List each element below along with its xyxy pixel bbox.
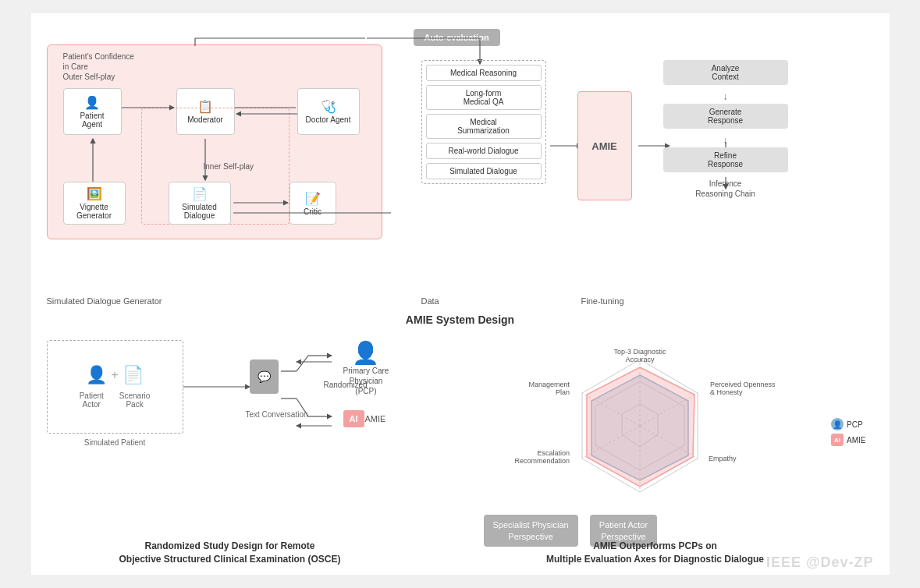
svg-text:Accuracy: Accuracy [625,356,655,363]
patient-icons-row: 👤 + 📄 [86,365,143,385]
node-vignette: 🖼️ Vignette Generator [63,182,126,225]
svg-text:Empathy: Empathy [709,455,737,462]
amie-legend-label: AMIE [847,436,865,445]
inference-label: InferenceReasoning Chain [663,179,788,199]
legend: 👤 PCP AI AMIE [831,418,865,449]
data-item-2: Long-formMedical QA [426,85,542,110]
amie-label: AMIE [591,140,617,152]
svg-line-18 [297,356,308,371]
simulated-patient-label: Simulated Patient [48,438,183,447]
data-item-4: Real-world Dialogue [426,143,542,159]
scenario-pack-label: Scenario Pack [119,391,150,409]
auto-eval-box: Auto-evaluation [414,29,500,46]
legend-pcp: 👤 PCP [831,418,865,430]
amie-legend-icon: AI [831,434,844,446]
osce-title: Randomized Study Design for Remote Objec… [39,540,421,566]
doctor-agent-label: Doctor Agent [306,115,351,124]
bottom-section: 👤 + 📄 Patient Actor Scenario Pack Simula… [39,332,882,566]
svg-text:Escalation: Escalation [537,449,570,457]
fine-tuning-label: Fine-tuning [581,296,624,306]
svg-marker-35 [587,367,694,487]
osce-section: 👤 + 📄 Patient Actor Scenario Pack Simula… [39,332,421,566]
data-item-1: Medical Reasoning [426,65,542,81]
outer-selfplay-label: Patient's Confidence in Care Outer Self-… [63,51,134,82]
data-box-container: Medical Reasoning Long-formMedical QA Me… [421,60,546,184]
svg-text:Management: Management [528,381,570,388]
patient-agent-icon: 👤 [84,95,100,110]
main-title: AMIE System Design [39,313,882,326]
vignette-label: Vignette Generator [76,203,112,220]
svg-text:Plan: Plan [555,388,569,396]
amie-box: AMIE [577,91,632,200]
data-item-5: Simulated Dialogue [426,163,542,179]
arrow-1: ↓ [663,91,788,102]
svg-text:Perceived Openness: Perceived Openness [710,381,776,388]
outer-box: Patient's Confidence in Care Outer Self-… [47,44,382,239]
generate-response-box: GenerateResponse [663,104,788,129]
legend-amie: AI AMIE [831,434,865,446]
auto-eval-label: Auto-evaluation [424,33,489,42]
radar-container: Top-3 Diagnostic Accuracy Perceived Open… [492,340,819,519]
watermark: IEEE @Dev-ZP [766,554,874,571]
refine-response-box: RefineResponse [663,147,788,172]
svg-text:Recommendation: Recommendation [514,457,570,465]
pcp-icon: 👤 [343,340,389,366]
node-critic: 📝 Critic [289,182,336,225]
text-conv-box: 💬 [250,360,279,394]
scenario-pack-icon: 📄 [123,365,144,385]
critic-label: Critic [304,207,321,216]
text-conv-label: Text Conversation [238,410,316,419]
inference-section: AnalyzeContext ↓ GenerateResponse ↓ Refi… [663,60,788,199]
arrow-2: ↓ [663,135,788,146]
radar-section: Top-3 Diagnostic Accuracy Perceived Open… [429,332,882,566]
radar-svg: Top-3 Diagnostic Accuracy Perceived Open… [492,340,788,512]
pcp-legend-icon: 👤 [831,418,844,430]
patient-actor-label: Patient Actor [80,391,104,409]
patient-actor-icon: 👤 [86,365,107,385]
patient-labels-row: Patient Actor Scenario Pack [80,391,151,409]
sim-dialogue-gen-label: Simulated Dialogue Generator [47,296,162,306]
patient-agent-label: Patient Agent [70,112,115,129]
amie-label-bottom: AMIE [365,414,386,423]
ai-badge: AI [343,410,364,427]
page: Auto-evaluation Patient's Confidence in … [31,13,890,575]
plus-icon: + [111,368,118,382]
patient-dashed-box: 👤 + 📄 Patient Actor Scenario Pack Simula… [47,340,183,434]
node-sim-dialogue: 📄 Simulated Dialogue [169,182,231,225]
doctor-agent-icon: 🩺 [321,99,336,114]
pcp-figure: 👤 Primary Care Physician (PCP) [343,340,389,396]
data-item-3: MedicalSummarization [426,114,542,139]
sim-dialogue-icon: 📄 [192,186,208,201]
svg-text:Top-3 Diagnostic: Top-3 Diagnostic [613,348,666,356]
node-doctor-agent: 🩺 Doctor Agent [297,88,360,135]
pcp-label: Primary Care Physician (PCP) [343,366,389,396]
sim-dialogue-label: Simulated Dialogue [182,203,216,220]
pcp-legend-label: PCP [847,420,863,429]
vignette-icon: 🖼️ [87,186,102,201]
svg-text:& Honesty: & Honesty [710,388,743,396]
top-section: Auto-evaluation Patient's Confidence in … [39,21,882,310]
data-bottom-label: Data [421,296,439,306]
node-patient-agent: 👤 Patient Agent [63,88,122,135]
analyze-context-box: AnalyzeContext [663,60,788,85]
critic-icon: 📝 [305,191,321,206]
data-section: Medical Reasoning Long-formMedical QA Me… [421,60,546,184]
